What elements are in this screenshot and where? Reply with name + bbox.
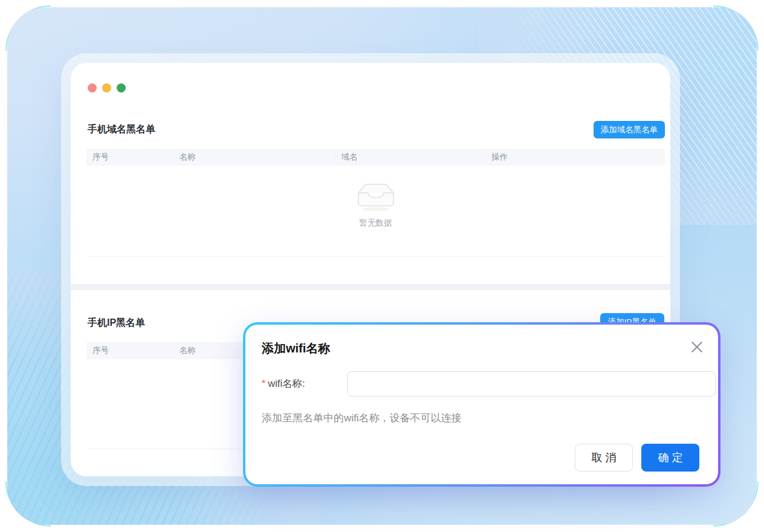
wifi-name-label: wifi名称: (268, 377, 305, 391)
required-asterisk: * (262, 378, 265, 389)
section-divider-band (71, 284, 670, 290)
domain-blacklist-title: 手机域名黑名单 (88, 123, 155, 136)
window-close-dot-icon[interactable] (88, 83, 97, 92)
column-header-name: 名称 (173, 152, 335, 163)
empty-state: 暂无数据 (86, 181, 665, 229)
helper-text: 添加至黑名单中的wifi名称，设备不可以连接 (262, 411, 462, 425)
cancel-button[interactable]: 取 消 (575, 444, 633, 472)
column-header-index: 序号 (86, 345, 173, 356)
column-header-domain: 域名 (335, 152, 486, 163)
add-domain-blacklist-button[interactable]: 添加域名黑名单 (594, 121, 665, 138)
empty-inbox-icon (356, 181, 396, 212)
close-icon[interactable] (690, 340, 704, 354)
add-wifi-modal: 添加wifi名称 * wifi名称: 添加至黑名单中的wifi名称，设备不可以连… (243, 322, 720, 487)
wifi-name-field-row: * wifi名称: (262, 371, 311, 397)
column-header-index: 序号 (86, 152, 173, 163)
modal-footer: 取 消 确 定 (575, 444, 699, 472)
confirm-button[interactable]: 确 定 (641, 444, 699, 472)
modal-title: 添加wifi名称 (262, 340, 330, 357)
page: 手机域名黑名单 添加域名黑名单 序号 名称 域名 操作 暂无数据 手机IP黑名单… (0, 0, 764, 532)
ip-blacklist-title: 手机IP黑名单 (88, 317, 145, 329)
column-header-actions: 操作 (485, 152, 665, 163)
window-controls (88, 83, 126, 92)
window-zoom-dot-icon[interactable] (117, 83, 126, 92)
wifi-name-input[interactable] (347, 371, 716, 397)
empty-state-text: 暂无数据 (86, 218, 665, 229)
table-bottom-divider (86, 256, 665, 257)
add-wifi-modal-body: 添加wifi名称 * wifi名称: 添加至黑名单中的wifi名称，设备不可以连… (245, 325, 718, 484)
domain-table-header: 序号 名称 域名 操作 (86, 149, 665, 166)
window-minimize-dot-icon[interactable] (102, 83, 111, 92)
